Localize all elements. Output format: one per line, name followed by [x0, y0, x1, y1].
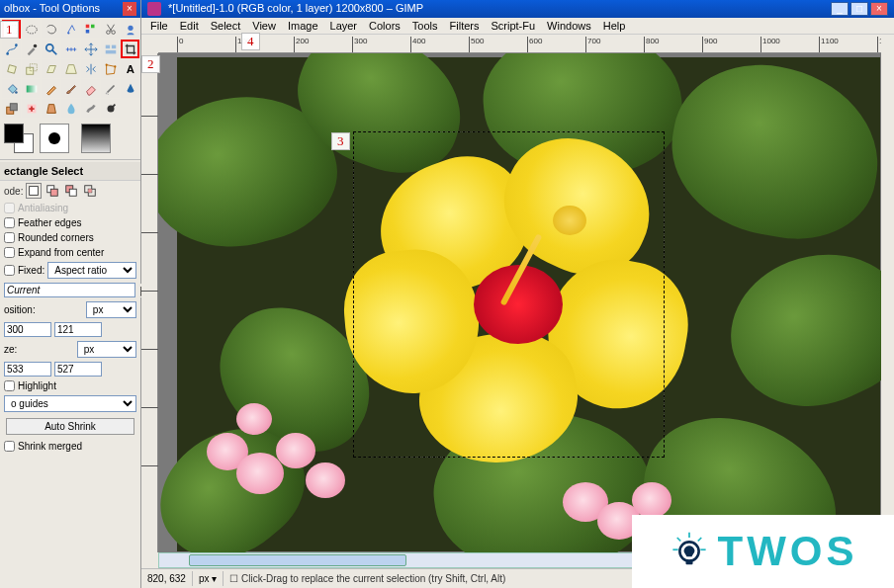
- image-titlebar[interactable]: *[Untitled]-1.0 (RGB color, 1 layer) 120…: [141, 0, 894, 18]
- menu-help[interactable]: Help: [598, 19, 631, 33]
- fixed-value-input[interactable]: [4, 283, 135, 297]
- menu-layer[interactable]: Layer: [325, 19, 363, 33]
- toolbox-titlebar[interactable]: olbox - Tool Options ×: [0, 0, 140, 18]
- dodge-burn-tool[interactable]: [101, 99, 120, 118]
- toolbox-title-text: olbox - Tool Options: [4, 2, 100, 16]
- paintbrush-tool[interactable]: [61, 79, 80, 98]
- ellipse-select-tool[interactable]: [22, 20, 41, 39]
- menu-windows[interactable]: Windows: [542, 19, 596, 33]
- antialias-row[interactable]: Antialiasing: [0, 201, 140, 215]
- feather-checkbox[interactable]: [4, 217, 15, 228]
- perspective-clone-tool[interactable]: [42, 99, 60, 118]
- size-label: ze:: [4, 344, 17, 355]
- rotate-tool[interactable]: [2, 59, 21, 78]
- shrink-merged-row[interactable]: Shrink merged: [0, 439, 140, 454]
- fg-bg-swatch[interactable]: [4, 124, 34, 153]
- size-unit[interactable]: px: [77, 341, 136, 358]
- mode-intersect-icon[interactable]: [82, 183, 98, 199]
- shear-tool[interactable]: [42, 59, 60, 78]
- svg-point-7: [111, 30, 115, 34]
- active-gradient[interactable]: [81, 124, 111, 153]
- pencil-tool[interactable]: [42, 79, 60, 98]
- toolbox-close-icon[interactable]: ×: [123, 2, 136, 16]
- airbrush-tool[interactable]: [101, 79, 120, 98]
- ink-tool[interactable]: [121, 79, 139, 98]
- fg-color[interactable]: [4, 124, 24, 143]
- fixed-value-row[interactable]: ▯ ▭: [0, 281, 140, 299]
- canvas[interactable]: [177, 57, 880, 551]
- select-by-color-tool[interactable]: [81, 20, 100, 39]
- pos-x-input[interactable]: [4, 322, 51, 337]
- align-tool[interactable]: [101, 40, 120, 58]
- eraser-tool[interactable]: [81, 79, 100, 98]
- crop-tool[interactable]: [121, 40, 139, 58]
- mode-subtract-icon[interactable]: [63, 183, 79, 199]
- mode-replace-icon[interactable]: [26, 183, 42, 199]
- menu-scriptfu[interactable]: Script-Fu: [486, 19, 540, 33]
- menu-colors[interactable]: Colors: [364, 19, 405, 33]
- maximize-button[interactable]: □: [850, 2, 868, 16]
- size-w-input[interactable]: [4, 362, 51, 377]
- position-unit[interactable]: px: [86, 301, 136, 318]
- size-row: ze: px: [0, 339, 140, 360]
- ruler-vertical[interactable]: [141, 53, 158, 552]
- menu-edit[interactable]: Edit: [175, 19, 204, 33]
- ruler-horizontal[interactable]: 0 100 200 300 400 500 600 700 800 900 10…: [158, 37, 881, 53]
- expand-row[interactable]: Expand from center: [0, 245, 140, 260]
- guides-select[interactable]: o guides: [4, 395, 136, 412]
- menu-tools[interactable]: Tools: [407, 19, 443, 33]
- paths-tool[interactable]: [2, 40, 21, 58]
- color-picker-tool[interactable]: [22, 40, 41, 58]
- antialias-label: Antialiasing: [18, 203, 68, 213]
- bucket-fill-tool[interactable]: [2, 79, 21, 98]
- annotation-3: 3: [331, 132, 350, 150]
- active-brush[interactable]: [40, 124, 69, 153]
- status-unit[interactable]: px ▾: [193, 571, 224, 586]
- move-tool[interactable]: [81, 40, 100, 58]
- blur-tool[interactable]: [61, 99, 80, 118]
- menu-select[interactable]: Select: [206, 19, 246, 33]
- svg-rect-34: [70, 189, 77, 196]
- svg-rect-23: [26, 85, 37, 92]
- menu-image[interactable]: Image: [283, 19, 323, 33]
- heal-tool[interactable]: [22, 99, 41, 118]
- fuzzy-select-tool[interactable]: [61, 20, 80, 39]
- cage-tool[interactable]: [101, 59, 120, 78]
- close-button[interactable]: ×: [870, 2, 888, 16]
- lasso-tool[interactable]: [42, 20, 60, 39]
- rounded-row[interactable]: Rounded corners: [0, 230, 140, 245]
- smudge-tool[interactable]: [81, 99, 100, 118]
- menu-filters[interactable]: Filters: [445, 19, 485, 33]
- feather-row[interactable]: Feather edges: [0, 215, 140, 230]
- fixed-select[interactable]: Aspect ratio: [47, 262, 136, 279]
- clone-tool[interactable]: [2, 99, 21, 118]
- highlight-row[interactable]: Highlight: [0, 378, 140, 393]
- expand-checkbox[interactable]: [4, 247, 15, 258]
- scale-tool[interactable]: [22, 59, 41, 78]
- perspective-tool[interactable]: [61, 59, 80, 78]
- blend-tool[interactable]: [22, 79, 41, 98]
- foreground-select-tool[interactable]: [121, 20, 139, 39]
- text-tool[interactable]: A: [121, 59, 139, 78]
- zoom-tool[interactable]: [42, 40, 60, 58]
- flip-tool[interactable]: [81, 59, 100, 78]
- fixed-row[interactable]: Fixed: Aspect ratio: [0, 260, 140, 281]
- canvas-area[interactable]: [158, 53, 881, 552]
- svg-rect-32: [51, 189, 58, 196]
- minimize-button[interactable]: _: [831, 2, 849, 16]
- scrollbar-thumb[interactable]: [189, 554, 406, 566]
- pos-y-input[interactable]: [54, 322, 102, 337]
- scissors-tool[interactable]: [101, 20, 120, 39]
- auto-shrink-button[interactable]: Auto Shrink: [6, 418, 134, 435]
- highlight-checkbox[interactable]: [4, 380, 15, 391]
- mode-add-icon[interactable]: [45, 183, 60, 199]
- size-h-input[interactable]: [54, 362, 102, 377]
- shrink-merged-checkbox[interactable]: [4, 441, 15, 452]
- menu-file[interactable]: File: [145, 19, 173, 33]
- rounded-label: Rounded corners: [18, 232, 94, 243]
- measure-tool[interactable]: [61, 40, 80, 58]
- menu-view[interactable]: View: [247, 19, 281, 33]
- rounded-checkbox[interactable]: [4, 232, 15, 243]
- guides-row[interactable]: o guides: [0, 393, 140, 414]
- fixed-checkbox[interactable]: [4, 265, 15, 276]
